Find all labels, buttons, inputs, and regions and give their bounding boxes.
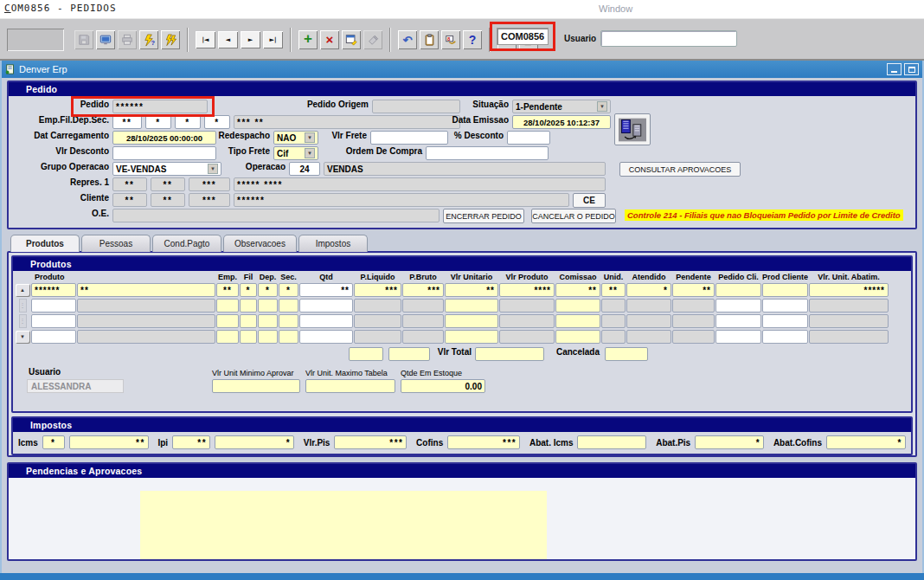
produtos-cell-pendente[interactable] — [672, 314, 715, 328]
produtos-cell-qtd[interactable] — [299, 330, 353, 344]
vlr-frete-field[interactable] — [370, 131, 448, 145]
produtos-cell-sec[interactable]: * — [279, 283, 298, 297]
produtos-cell-p-liquido[interactable] — [354, 299, 401, 313]
operacao-field[interactable]: 24 — [289, 162, 320, 176]
produtos-cell-unid[interactable] — [601, 299, 626, 313]
cliente-f3[interactable]: *** — [189, 193, 230, 207]
usuario-input[interactable] — [600, 30, 737, 47]
produtos-cell-dep[interactable] — [258, 314, 278, 328]
ipi-valor-field[interactable]: * — [215, 435, 294, 449]
produtos-cell-descricao[interactable]: ** — [77, 283, 215, 297]
produtos-cell-comissao[interactable]: ** — [555, 283, 600, 297]
produtos-cell-codigo[interactable]: ****** — [31, 283, 76, 297]
print-preview-icon[interactable] — [96, 30, 115, 49]
produtos-cell-emp[interactable] — [216, 299, 239, 313]
produtos-cell-comissao[interactable] — [555, 299, 600, 313]
tab-observacoes[interactable]: Observacoes — [223, 235, 297, 252]
produtos-cell-pedido-cli[interactable] — [715, 330, 761, 344]
produtos-cell-codigo[interactable] — [31, 299, 76, 313]
pedido-field[interactable]: ****** — [112, 100, 208, 113]
produtos-cell-fil[interactable] — [240, 299, 257, 313]
total-aux2-field[interactable] — [388, 347, 430, 361]
produtos-cell-prod-cliente[interactable] — [762, 314, 808, 328]
maximize-button[interactable] — [904, 63, 919, 75]
produtos-cell-fil[interactable]: * — [240, 283, 257, 297]
produtos-cell-comissao[interactable] — [555, 330, 600, 344]
icms-valor-field[interactable]: ** — [69, 435, 149, 449]
undo-icon[interactable]: ↶ — [398, 30, 417, 49]
repres1-f3[interactable]: *** — [189, 177, 230, 191]
tipo-frete-dropdown[interactable]: Cif▼ — [273, 146, 318, 160]
produtos-cell-emp[interactable] — [216, 314, 239, 328]
books-transfer-button[interactable] — [614, 113, 651, 145]
produtos-cell-p-liquido[interactable] — [354, 330, 401, 344]
produtos-cell-prod-cliente[interactable] — [762, 330, 808, 344]
produtos-cell-codigo[interactable] — [31, 330, 76, 344]
tab-impostos[interactable]: Impostos — [298, 235, 368, 252]
produtos-cell-pedido-cli[interactable] — [715, 314, 761, 328]
insert-record-icon[interactable]: + — [298, 30, 318, 49]
cancelada-field[interactable] — [605, 347, 648, 361]
produtos-cell-atendido[interactable] — [626, 299, 671, 313]
produtos-cell-unid[interactable]: ** — [601, 283, 626, 297]
repres1-f2[interactable]: ** — [151, 177, 185, 191]
produtos-cell-p-bruto[interactable] — [402, 299, 444, 313]
produtos-cell-p-bruto[interactable]: *** — [402, 283, 444, 297]
chevron-down-icon[interactable]: ▼ — [208, 164, 218, 174]
sec-field[interactable]: * — [204, 115, 230, 129]
produtos-cell-vlr-unit-abatim[interactable]: ***** — [809, 283, 889, 297]
produtos-cell-vlr-unitario[interactable] — [445, 314, 498, 328]
post-icon[interactable]: 8 — [441, 30, 460, 49]
abat-pis-field[interactable]: * — [695, 435, 764, 449]
produtos-cell-vlr-produto[interactable] — [499, 330, 555, 344]
produtos-cell-descricao[interactable] — [77, 314, 215, 328]
encerrar-pedido-button[interactable]: ENCERRAR PEDIDO — [443, 209, 524, 223]
row-selector-track[interactable]: ⋮ — [19, 314, 27, 328]
produtos-cell-pendente[interactable] — [672, 330, 715, 344]
scroll-up-icon[interactable]: ▲ — [16, 284, 30, 297]
produtos-cell-vlr-unit-abatim[interactable] — [809, 299, 889, 313]
produtos-cell-vlr-produto[interactable] — [499, 299, 555, 313]
ordem-de-compra-field[interactable] — [426, 146, 549, 160]
consultar-aprovacoes-button[interactable]: CONSULTAR APROVACOES — [619, 162, 741, 177]
produtos-cell-atendido[interactable] — [626, 330, 671, 344]
ipi-pct-field[interactable]: ** — [172, 435, 210, 449]
situacao-dropdown[interactable]: 1-Pendente▼ — [512, 100, 611, 113]
abat-icms-field[interactable] — [577, 435, 646, 449]
produtos-cell-pendente[interactable] — [672, 299, 715, 313]
tab-condpagto[interactable]: Cond.Pagto — [152, 235, 221, 252]
vlr-unit-maximo-field[interactable] — [305, 379, 395, 393]
produtos-cell-pedido-cli[interactable] — [715, 299, 761, 313]
tab-produtos[interactable]: Produtos — [10, 235, 80, 252]
chevron-down-icon[interactable]: ▼ — [305, 148, 315, 158]
chevron-down-icon[interactable]: ▼ — [305, 132, 315, 143]
produtos-cell-descricao[interactable] — [77, 330, 215, 344]
cliente-f2[interactable]: ** — [151, 193, 185, 207]
produtos-cell-p-liquido[interactable] — [354, 314, 401, 328]
redespacho-dropdown[interactable]: NAO▼ — [273, 131, 318, 145]
window-menu[interactable]: Window — [599, 3, 632, 14]
produtos-cell-vlr-unitario[interactable] — [445, 330, 498, 344]
produtos-cell-qtd[interactable] — [299, 314, 353, 328]
emp-field[interactable]: ** — [112, 115, 142, 129]
produtos-cell-fil[interactable] — [240, 330, 257, 344]
produtos-cell-dep[interactable] — [258, 299, 278, 313]
produtos-cell-unid[interactable] — [601, 330, 626, 344]
produtos-cell-dep[interactable] — [258, 330, 278, 344]
abat-cofins-field[interactable]: * — [826, 435, 906, 449]
vlr-unit-minimo-field[interactable] — [212, 379, 300, 393]
produtos-cell-emp[interactable]: ** — [216, 283, 239, 297]
nav-last-icon[interactable]: ►| — [263, 31, 283, 48]
produtos-cell-descricao[interactable] — [77, 299, 215, 313]
produtos-cell-vlr-unitario[interactable] — [445, 299, 498, 313]
vlr-desconto-field[interactable] — [112, 146, 216, 160]
repres1-f1[interactable]: ** — [112, 177, 147, 191]
chevron-down-icon[interactable]: ▼ — [597, 101, 607, 112]
produtos-cell-sec[interactable] — [279, 314, 298, 328]
fil-field[interactable]: * — [145, 115, 171, 129]
dat-carregamento-field[interactable]: 28/10/2025 00:00:00 — [112, 131, 216, 145]
produtos-cell-pendente[interactable]: ** — [672, 283, 715, 297]
enter-query-icon[interactable]: ? — [139, 30, 158, 49]
cliente-f1[interactable]: ** — [112, 193, 147, 207]
produtos-cell-comissao[interactable] — [555, 314, 600, 328]
